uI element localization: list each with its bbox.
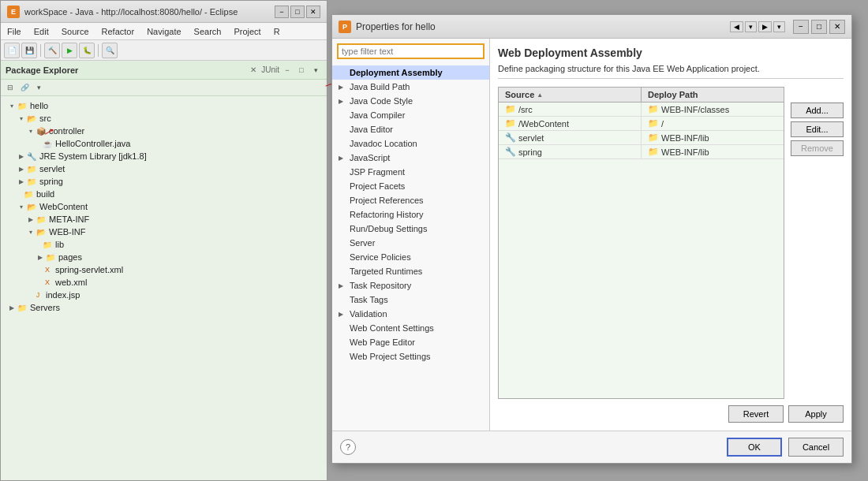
sidebar-label-targeted-runtimes: Targeted Runtimes [350, 267, 422, 276]
arrow-servers: ▶ [7, 303, 17, 312]
run-button[interactable]: ▶ [62, 43, 77, 58]
sidebar-item-task-tags[interactable]: Task Tags [332, 293, 489, 307]
cancel-button[interactable]: Cancel [788, 438, 844, 457]
sidebar-item-project-facets[interactable]: Project Facets [332, 179, 489, 193]
tree-item-spring-servlet-xml[interactable]: X spring-servlet.xml [1, 263, 327, 276]
tree-item-spring[interactable]: ▶ 📁 spring [1, 175, 327, 188]
remove-button[interactable]: Remove [791, 140, 844, 156]
tree-item-metainf[interactable]: ▶ 📁 META-INF [1, 213, 327, 226]
menu-project[interactable]: Project [230, 26, 264, 37]
panel-icons: − □ ▾ [281, 64, 322, 76]
tree-item-hellocontroller[interactable]: ☕ HelloController.java [1, 137, 327, 150]
deploy-row-3[interactable]: 🔧 spring 📁 WEB-INF/lib [499, 145, 784, 159]
link-editor-button[interactable]: 🔗 [18, 81, 31, 94]
dialog-minimize-button[interactable]: − [793, 20, 809, 34]
minimize-button[interactable]: − [275, 6, 289, 18]
nav-back-button[interactable]: ◀ [730, 21, 743, 32]
build-button[interactable]: 🔨 [44, 43, 60, 58]
edit-button[interactable]: Edit... [791, 121, 844, 137]
sidebar-label-project-references: Project References [350, 196, 424, 205]
menu-search[interactable]: Search [191, 26, 225, 37]
sidebar-item-javascript[interactable]: ▶ JavaScript [332, 151, 489, 165]
menu-navigate[interactable]: Navigate [144, 26, 184, 37]
sidebar-item-jsp-fragment[interactable]: JSP Fragment [332, 165, 489, 179]
deploy-row-2[interactable]: 🔧 servlet 📁 WEB-INF/lib [499, 131, 784, 145]
nav-dropdown2-button[interactable]: ▾ [773, 21, 785, 32]
tree-item-lib[interactable]: 📁 lib [1, 238, 327, 251]
deploy-row-1[interactable]: 📁 /WebContent 📁 / [499, 117, 784, 131]
panel-tab2[interactable]: JUnit [261, 65, 279, 74]
panel-close-x[interactable]: ✕ [250, 65, 256, 74]
minimize-panel-button[interactable]: − [281, 64, 294, 76]
collapse-all-button[interactable]: ⊟ [4, 81, 17, 94]
menu-source[interactable]: Source [58, 26, 92, 37]
nav-dropdown-button[interactable]: ▾ [745, 21, 757, 32]
spring-icon: 📁 [26, 176, 37, 187]
revert-button[interactable]: Revert [728, 405, 784, 423]
sidebar-item-project-references[interactable]: Project References [332, 193, 489, 207]
sidebar-item-java-compiler[interactable]: Java Compiler [332, 108, 489, 122]
dialog-maximize-button[interactable]: □ [811, 20, 827, 34]
tree-item-jre[interactable]: ▶ 🔧 JRE System Library [jdk1.8] [1, 150, 327, 162]
help-button[interactable]: ? [340, 439, 356, 455]
arrow-controller: ▾ [26, 126, 36, 136]
search-button[interactable]: 🔍 [102, 43, 118, 58]
sidebar-item-targeted-runtimes[interactable]: Targeted Runtimes [332, 264, 489, 278]
tree-item-servlet[interactable]: ▶ 📁 servlet [1, 162, 327, 175]
sidebar-arrow-val: ▶ [339, 311, 346, 318]
tree-item-pages[interactable]: ▶ 📁 pages [1, 251, 327, 263]
dialog-close-button[interactable]: ✕ [829, 20, 845, 34]
tree-item-controller[interactable]: ▾ 📦 controller [1, 125, 327, 137]
apply-button[interactable]: Apply [788, 405, 844, 423]
sidebar-item-validation[interactable]: ▶ Validation [332, 307, 489, 321]
sidebar-label-project-facets: Project Facets [350, 181, 405, 191]
sidebar-label-service-policies: Service Policies [350, 252, 411, 262]
tree-view-button[interactable]: ▾ [32, 81, 45, 94]
menu-edit[interactable]: Edit [31, 26, 52, 37]
menu-refactor[interactable]: Refactor [99, 26, 138, 37]
filter-input[interactable] [337, 43, 485, 59]
tree-item-build[interactable]: 📁 build [1, 188, 327, 200]
tree-item-indexjsp[interactable]: J index.jsp [1, 289, 327, 301]
close-button[interactable]: ✕ [306, 6, 320, 18]
panel-menu-button[interactable]: ▾ [309, 64, 322, 76]
source-icon-0: 📁 [505, 104, 516, 114]
sidebar-item-server[interactable]: Server [332, 236, 489, 250]
tree-item-webxml[interactable]: X web.xml [1, 276, 327, 289]
tree-item-webcontent[interactable]: ▾ 📂 WebContent [1, 200, 327, 213]
sidebar-item-javadoc-location[interactable]: Javadoc Location [332, 136, 489, 151]
sidebar-item-web-project-settings[interactable]: Web Project Settings [332, 349, 489, 364]
sidebar-item-run-debug-settings[interactable]: Run/Debug Settings [332, 222, 489, 236]
menu-run[interactable]: R [271, 26, 283, 37]
sidebar-tree: Deployment Assembly ▶ Java Build Path ▶ … [332, 64, 489, 431]
menu-file[interactable]: File [4, 26, 24, 37]
sidebar-item-web-page-editor[interactable]: Web Page Editor [332, 335, 489, 349]
dialog-sidebar: Deployment Assembly ▶ Java Build Path ▶ … [332, 39, 490, 431]
new-button[interactable]: 📄 [4, 43, 20, 58]
sidebar-item-java-editor[interactable]: Java Editor [332, 122, 489, 136]
sidebar-item-java-build-path[interactable]: ▶ Java Build Path [332, 80, 489, 94]
apply-revert-row: Revert Apply [498, 405, 844, 423]
nav-forward-button[interactable]: ▶ [758, 21, 772, 32]
sidebar-label-java-compiler: Java Compiler [350, 110, 405, 120]
sidebar-item-web-content-settings[interactable]: Web Content Settings [332, 321, 489, 335]
package-explorer-tree: ▾ 📁 hello ▾ 📂 src ▾ 📦 controller [1, 96, 327, 480]
sidebar-item-java-code-style[interactable]: ▶ Java Code Style [332, 94, 489, 108]
maximize-panel-button[interactable]: □ [295, 64, 308, 76]
deploy-row-0[interactable]: 📁 /src 📁 WEB-INF/classes [499, 103, 784, 117]
sidebar-item-service-policies[interactable]: Service Policies [332, 250, 489, 264]
eclipse-title-bar: E workSpace - Java - http://localhost:80… [1, 1, 327, 23]
maximize-button[interactable]: □ [290, 6, 305, 18]
sidebar-item-task-repository[interactable]: ▶ Task Repository [332, 278, 489, 293]
save-button[interactable]: 💾 [21, 43, 37, 58]
tree-item-src[interactable]: ▾ 📂 src [1, 112, 327, 125]
tree-item-servers[interactable]: ▶ 📁 Servers [1, 301, 327, 314]
sidebar-item-refactoring-history[interactable]: Refactoring History [332, 207, 489, 222]
tree-item-hello[interactable]: ▾ 📁 hello [1, 99, 327, 112]
tree-item-webinf[interactable]: ▾ 📂 WEB-INF [1, 226, 327, 238]
add-button[interactable]: Add... [791, 103, 844, 118]
metainf-icon: 📁 [36, 214, 47, 225]
ok-button[interactable]: OK [727, 438, 782, 457]
sidebar-item-deployment-assembly[interactable]: Deployment Assembly [332, 65, 489, 80]
debug-button[interactable]: 🐛 [79, 43, 95, 58]
